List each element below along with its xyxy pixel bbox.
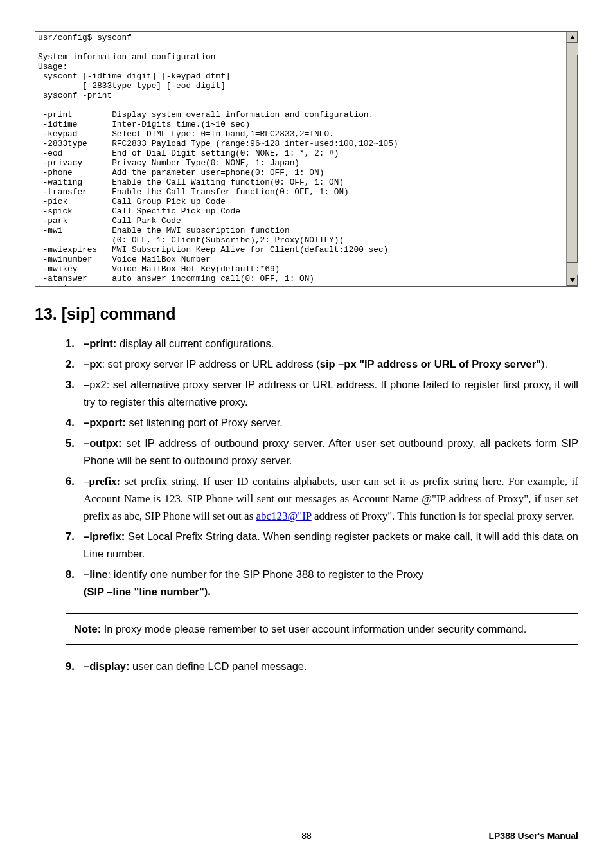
scroll-up-button[interactable] — [567, 32, 578, 43]
option-name: –print: — [84, 338, 116, 349]
scrollbar-track[interactable] — [567, 43, 578, 275]
option-example: sip –px "IP address or URL of Proxy serv… — [320, 358, 541, 370]
note-label: Note: — [74, 623, 101, 635]
scrollbar-thumb[interactable] — [567, 55, 578, 263]
item-number: 9. — [66, 658, 75, 675]
option-name: –line — [84, 568, 108, 580]
list-item: 2. –px: set proxy server IP address or U… — [66, 356, 578, 373]
section-heading: 13. [sip] command — [35, 305, 578, 323]
option-desc-tail: address of Proxy". This function is for … — [312, 510, 574, 522]
note-box: Note: In proxy mode please remember to s… — [66, 613, 578, 645]
option-name: –lprefix: — [84, 530, 125, 542]
page-footer: 88 LP388 User's Manual — [35, 831, 578, 841]
list-item: 1. –print: display all current configura… — [66, 335, 578, 352]
item-number: 4. — [66, 414, 75, 431]
terminal-scrollbar[interactable] — [566, 32, 578, 286]
option-desc-tail: ). — [541, 358, 547, 370]
item-number: 8. — [66, 566, 75, 583]
terminal-output: usr/config$ sysconf System information a… — [35, 32, 566, 286]
option-desc: : identify one number for the SIP Phone … — [108, 568, 423, 580]
list-item: 7. –lprefix: Set Local Prefix String dat… — [66, 528, 578, 563]
scroll-down-button[interactable] — [567, 275, 578, 286]
list-item: 8. –line: identify one number for the SI… — [66, 566, 578, 601]
option-desc: : set proxy server IP address or URL add… — [102, 358, 319, 370]
arrow-down-icon — [570, 278, 575, 282]
option-name: –px — [84, 358, 102, 370]
list-item: 5. –outpx: set IP address of outbound pr… — [66, 435, 578, 469]
option-desc: set IP address of outbound proxy server.… — [84, 437, 578, 466]
item-number: 6. — [66, 473, 75, 490]
option-name: –pxport: — [84, 417, 126, 428]
option-example: (SIP –line "line number"). — [84, 586, 211, 597]
option-name: –outpx: — [84, 437, 122, 449]
page-number: 88 — [301, 831, 312, 841]
option-desc: user can define LCD panel message. — [130, 660, 307, 672]
command-list-cont: 9. –display: user can define LCD panel m… — [35, 658, 578, 675]
option-desc: display all current configurations. — [116, 338, 274, 349]
note-text: In proxy mode please remember to set use… — [101, 623, 526, 635]
item-number: 5. — [66, 435, 75, 452]
option-desc: set listening port of Proxy server. — [126, 417, 283, 428]
list-item: 6. –prefix: set prefix string. If user I… — [66, 473, 578, 525]
option-name: –display: — [84, 660, 130, 672]
option-name: –prefix: — [84, 475, 120, 487]
example-link[interactable]: abc123@"IP — [256, 510, 312, 522]
terminal-window: usr/config$ sysconf System information a… — [35, 31, 578, 287]
arrow-up-icon — [570, 35, 575, 39]
list-item: 3. –px2: set alternative proxy server IP… — [66, 376, 578, 411]
list-item: 4. –pxport: set listening port of Proxy … — [66, 414, 578, 431]
item-number: 2. — [66, 356, 75, 373]
item-number: 3. — [66, 376, 75, 393]
item-number: 1. — [66, 335, 75, 352]
command-list: 1. –print: display all current configura… — [35, 335, 578, 601]
manual-title: LP388 User's Manual — [488, 831, 578, 841]
item-number: 7. — [66, 528, 75, 545]
option-text: –px2: set alternative proxy server IP ad… — [84, 379, 578, 408]
list-item: 9. –display: user can define LCD panel m… — [66, 658, 578, 675]
option-desc: Set Local Prefix String data. When sendi… — [84, 530, 578, 559]
option-text-serif: –prefix: set prefix string. If user ID c… — [84, 475, 578, 522]
